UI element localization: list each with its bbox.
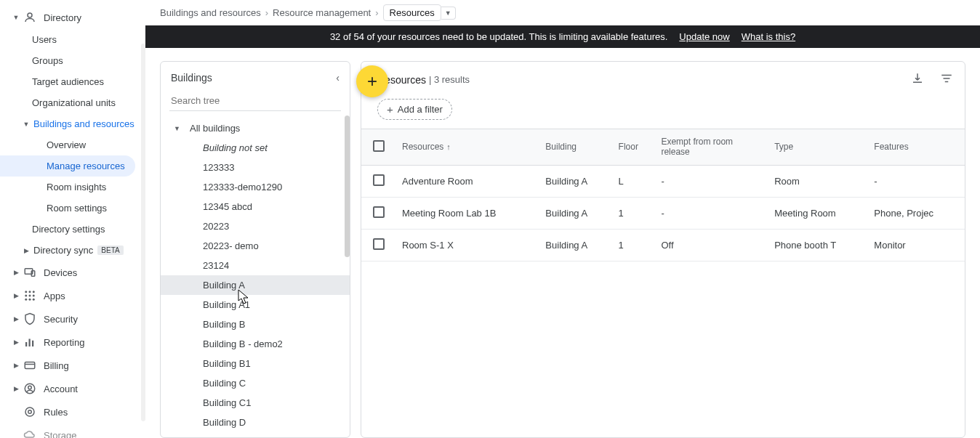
table-row[interactable]: Meeting Room Lab 1B Building A 1 - Meeti…	[361, 197, 965, 229]
download-button[interactable]	[911, 72, 924, 87]
breadcrumb-item[interactable]: Buildings and resources	[160, 7, 261, 18]
tree-item[interactable]: 20223	[161, 216, 350, 236]
tree-item[interactable]: Building B1	[161, 354, 350, 373]
tree-item[interactable]: Building not set	[161, 138, 350, 158]
nav-rules[interactable]: Rules	[0, 400, 145, 423]
nav-account[interactable]: ▶ Account	[0, 377, 145, 400]
tree-item[interactable]: Building A1	[161, 295, 350, 315]
breadcrumb-dropdown[interactable]: ▼	[441, 7, 456, 20]
col-floor[interactable]: Floor	[613, 129, 656, 165]
tree-search-input[interactable]	[169, 91, 341, 111]
nav-label: Users	[32, 34, 57, 45]
nav-users[interactable]: Users	[0, 29, 145, 50]
apps-icon	[23, 289, 36, 302]
collapse-button[interactable]: ‹	[336, 72, 340, 84]
breadcrumb-current[interactable]: Resources	[383, 4, 441, 21]
tree-label: Building not set	[203, 142, 268, 153]
col-building[interactable]: Building	[539, 129, 612, 165]
banner-update-link[interactable]: Update now	[679, 31, 729, 42]
tree-item[interactable]: Building B - demo2	[161, 334, 350, 354]
svg-rect-23	[945, 81, 949, 83]
col-label: Exempt from room	[661, 137, 733, 147]
nav-label: Storage	[44, 430, 77, 439]
banner-help-link[interactable]: What is this?	[742, 31, 795, 42]
svg-point-5	[33, 291, 35, 293]
nav-reporting[interactable]: ▶ Reporting	[0, 330, 145, 354]
nav-buildings-resources[interactable]: ▼ Buildings and resources	[0, 113, 145, 134]
plus-icon: +	[387, 103, 393, 115]
nav-org-units[interactable]: Organizational units	[0, 92, 145, 113]
resources-header: Resources | 3 results	[361, 62, 965, 94]
filter-label: Add a filter	[398, 104, 443, 115]
cell-type: Phone booth T	[768, 229, 868, 261]
breadcrumb-item[interactable]: Resource management	[273, 7, 371, 18]
add-button[interactable]: +	[356, 65, 388, 97]
tree-item[interactable]: Building C1	[161, 393, 350, 413]
tree-item[interactable]: Building D	[161, 413, 350, 432]
nav-directory-sync[interactable]: ▶ Directory sync BETA	[0, 240, 145, 261]
table-row[interactable]: Room S-1 X Building A 1 Off Phone booth …	[361, 229, 965, 261]
tree-item-selected[interactable]: Building A	[161, 275, 350, 295]
nav-target-audiences[interactable]: Target audiences	[0, 71, 145, 92]
col-label: release	[661, 147, 689, 157]
filter-button[interactable]	[940, 72, 953, 87]
cell-type: Meeting Room	[768, 197, 868, 229]
nav-devices[interactable]: ▶ Devices	[0, 261, 145, 284]
nav-groups[interactable]: Groups	[0, 50, 145, 71]
tree-label: 23124	[203, 260, 229, 271]
svg-point-3	[25, 291, 27, 293]
col-type[interactable]: Type	[768, 129, 868, 165]
tree-label: Building D	[203, 417, 246, 428]
tree-item[interactable]: 123333	[161, 158, 350, 177]
sidebar-scrollbar[interactable]	[141, 44, 145, 421]
nav-room-insights[interactable]: Room insights	[0, 177, 145, 198]
tree-item[interactable]: 12345 abcd	[161, 197, 350, 216]
tree-scrollbar[interactable]	[345, 115, 350, 257]
tree-item[interactable]: Building B	[161, 315, 350, 334]
nav-label: Directory settings	[32, 224, 105, 235]
tree-label: Building B	[203, 319, 246, 330]
svg-point-18	[28, 386, 32, 389]
svg-rect-13	[29, 339, 31, 347]
nav-manage-resources[interactable]: Manage resources	[0, 155, 135, 177]
chevron-left-icon: ‹	[336, 72, 340, 84]
row-checkbox[interactable]	[373, 174, 385, 186]
add-filter-chip[interactable]: + Add a filter	[377, 99, 452, 120]
chevron-down-icon: ▼	[445, 9, 451, 17]
col-exempt[interactable]: Exempt from roomrelease	[655, 129, 768, 165]
tree-label: 20223	[203, 221, 229, 232]
table-row[interactable]: Adventure Room Building A L - Room -	[361, 165, 965, 197]
cloud-icon	[23, 429, 36, 438]
svg-point-6	[25, 295, 27, 297]
col-resources[interactable]: Resources↑	[396, 129, 539, 165]
nav-label: Overview	[47, 139, 86, 150]
nav-label: Target audiences	[32, 76, 104, 87]
tree-item[interactable]: 23124	[161, 256, 350, 275]
nav-label: Directory	[44, 12, 81, 23]
tree-item[interactable]: Building C	[161, 373, 350, 393]
nav-storage[interactable]: Storage	[0, 423, 145, 438]
select-all-checkbox[interactable]	[373, 140, 385, 152]
tree-item[interactable]: 20223- demo	[161, 236, 350, 256]
nav-directory[interactable]: ▼ Directory	[0, 6, 145, 29]
tree-root[interactable]: ▼ All buildings	[161, 118, 350, 138]
nav-billing[interactable]: ▶ Billing	[0, 354, 145, 377]
nav-security[interactable]: ▶ Security	[0, 307, 145, 330]
nav-label: Groups	[32, 55, 63, 66]
cell-features: Phone, Projec	[868, 197, 965, 229]
nav-directory-settings[interactable]: Directory settings	[0, 219, 145, 240]
row-checkbox[interactable]	[373, 206, 385, 218]
tree-label: 20223- demo	[203, 240, 259, 251]
col-label: Building	[545, 142, 577, 152]
row-checkbox[interactable]	[373, 238, 385, 250]
svg-rect-14	[32, 341, 33, 346]
nav-overview[interactable]: Overview	[0, 134, 145, 155]
nav-room-settings[interactable]: Room settings	[0, 198, 145, 219]
breadcrumb: Buildings and resources › Resource manag…	[145, 0, 980, 25]
col-features[interactable]: Features	[868, 129, 965, 165]
nav-label: Directory sync	[33, 245, 93, 256]
nav-apps[interactable]: ▶ Apps	[0, 284, 145, 307]
tree-label: 123333	[203, 162, 234, 173]
nav-label: Rules	[44, 407, 68, 418]
tree-item[interactable]: 123333-demo1290	[161, 177, 350, 197]
